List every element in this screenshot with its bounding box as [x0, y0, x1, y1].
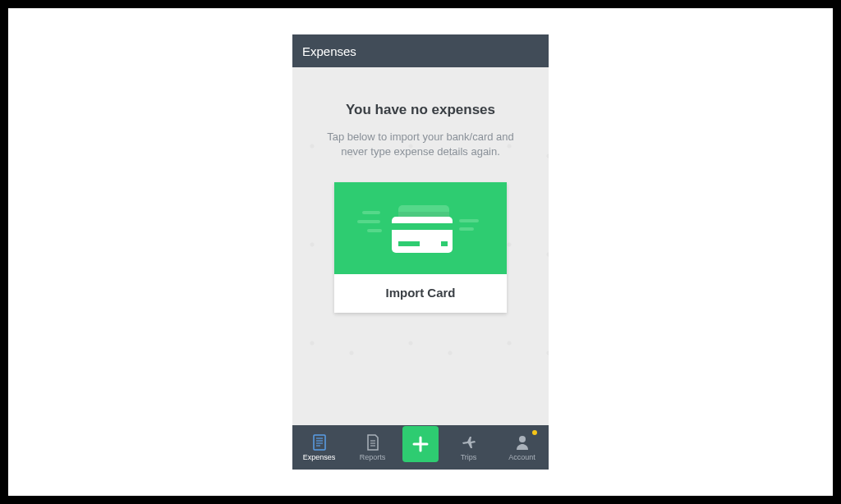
tab-reports-label: Reports: [360, 453, 386, 461]
phone-frame: Expenses You have no expenses Tap below …: [292, 34, 549, 470]
person-icon: [515, 434, 530, 451]
tab-trips-label: Trips: [461, 453, 477, 461]
svg-rect-4: [398, 212, 449, 217]
tab-account[interactable]: Account: [495, 425, 549, 470]
tab-add[interactable]: [399, 425, 442, 470]
notification-dot-icon: [532, 430, 537, 435]
svg-rect-2: [367, 229, 382, 232]
page-title: Expenses: [302, 44, 356, 58]
tab-trips[interactable]: Trips: [442, 425, 495, 470]
credit-card-icon: [334, 182, 507, 274]
title-bar: Expenses: [292, 34, 549, 67]
document-icon: [365, 434, 380, 451]
plus-icon: [402, 426, 439, 462]
tab-expenses[interactable]: Expenses: [292, 425, 346, 470]
content-area: You have no expenses Tap below to import…: [292, 67, 549, 425]
import-card-label: Import Card: [334, 274, 507, 313]
svg-rect-9: [459, 219, 479, 222]
tab-expenses-label: Expenses: [303, 453, 336, 461]
svg-rect-7: [398, 241, 420, 246]
svg-rect-5: [392, 217, 453, 253]
svg-rect-1: [357, 220, 380, 223]
svg-rect-0: [362, 211, 380, 214]
tab-account-label: Account: [508, 453, 535, 461]
tab-reports[interactable]: Reports: [346, 425, 399, 470]
svg-rect-6: [392, 223, 453, 230]
import-card-button[interactable]: Import Card: [334, 182, 507, 313]
svg-rect-10: [459, 227, 474, 231]
outer-frame: Expenses You have no expenses Tap below …: [0, 0, 841, 504]
empty-state-title: You have no expenses: [346, 102, 495, 118]
svg-rect-11: [314, 435, 325, 450]
bottom-tab-bar: Expenses Reports: [292, 425, 549, 470]
empty-state-subtitle: Tap below to import your bank/card and n…: [292, 130, 549, 159]
plane-icon: [461, 434, 477, 451]
receipt-icon: [312, 434, 327, 451]
svg-point-21: [519, 436, 526, 442]
svg-rect-8: [441, 241, 448, 246]
